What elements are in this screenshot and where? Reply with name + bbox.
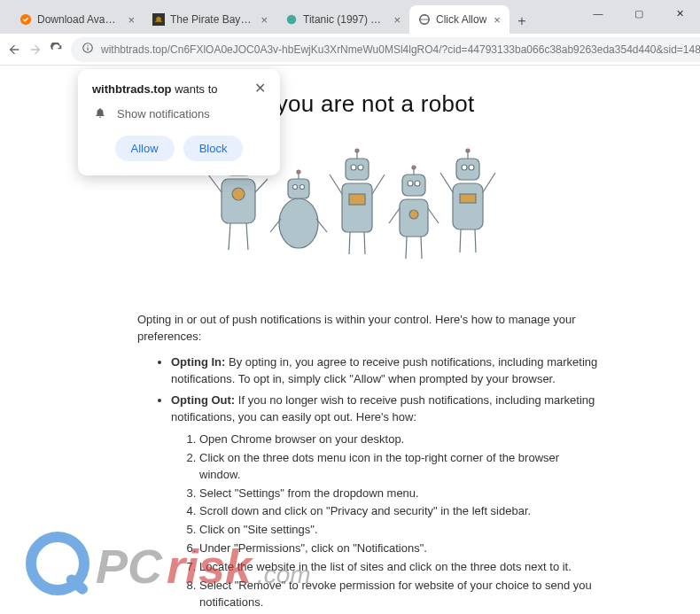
svg-line-58 bbox=[483, 173, 495, 192]
close-icon[interactable]: × bbox=[494, 13, 501, 27]
popup-message: Show notifications bbox=[117, 107, 210, 120]
svg-point-5 bbox=[87, 45, 88, 46]
step-item: Open Chrome browser on your desktop. bbox=[199, 431, 598, 448]
svg-point-31 bbox=[358, 165, 363, 170]
svg-point-2 bbox=[287, 15, 297, 25]
svg-rect-29 bbox=[346, 159, 369, 180]
favicon-yify bbox=[285, 13, 298, 26]
favicon-avast bbox=[19, 13, 32, 26]
bell-icon bbox=[94, 106, 106, 121]
close-icon[interactable]: × bbox=[128, 13, 135, 27]
svg-line-60 bbox=[475, 229, 476, 253]
svg-point-55 bbox=[466, 149, 470, 152]
svg-point-41 bbox=[408, 181, 413, 186]
tab-title: Download Avast Cleanup & bbox=[37, 13, 121, 26]
svg-line-46 bbox=[389, 208, 400, 223]
svg-rect-56 bbox=[460, 194, 476, 203]
pcrisk-watermark: PC risk .com bbox=[18, 521, 346, 609]
reload-button[interactable] bbox=[50, 37, 64, 62]
svg-point-33 bbox=[355, 149, 359, 152]
svg-rect-51 bbox=[456, 159, 479, 180]
new-tab-button[interactable]: + bbox=[509, 9, 534, 34]
svg-point-15 bbox=[232, 188, 245, 200]
svg-point-42 bbox=[415, 181, 420, 186]
step-item: Click on the three dots menu icon in the… bbox=[199, 450, 598, 484]
svg-point-53 bbox=[469, 165, 474, 170]
forward-button[interactable] bbox=[28, 37, 43, 62]
allow-button[interactable]: Allow bbox=[115, 136, 175, 161]
svg-line-35 bbox=[330, 175, 342, 194]
popup-close-button[interactable]: ✕ bbox=[254, 82, 266, 96]
svg-text:.com: .com bbox=[257, 561, 311, 588]
svg-line-49 bbox=[421, 237, 422, 259]
site-info-icon[interactable] bbox=[82, 42, 94, 57]
tab-title: Click Allow bbox=[436, 13, 486, 26]
tab-title: The Pirate Bay - The galax bbox=[170, 13, 253, 26]
svg-rect-9 bbox=[222, 179, 255, 223]
close-icon[interactable]: × bbox=[393, 13, 401, 27]
svg-point-30 bbox=[351, 165, 356, 170]
tab-titanic[interactable]: Titanic (1997) YIFY - Down × bbox=[276, 5, 409, 34]
svg-rect-21 bbox=[288, 179, 309, 198]
window-close-button[interactable]: ✕ bbox=[659, 0, 700, 27]
svg-line-18 bbox=[229, 223, 230, 250]
svg-point-52 bbox=[462, 165, 467, 170]
svg-point-25 bbox=[297, 170, 300, 174]
step-item: Scroll down and click on "Privacy and se… bbox=[199, 503, 598, 520]
url-text: withbtrads.top/Cn6FXlOA0eJOC0A3v-hbEwjKu… bbox=[101, 43, 700, 56]
opting-out-item: Opting Out: If you no longer wish to rec… bbox=[171, 392, 598, 426]
svg-point-45 bbox=[409, 210, 418, 219]
tab-piratebay[interactable]: The Pirate Bay - The galax × bbox=[144, 5, 276, 34]
back-button[interactable] bbox=[7, 37, 21, 62]
favicon-default bbox=[418, 13, 431, 26]
svg-line-48 bbox=[406, 237, 407, 259]
svg-line-38 bbox=[364, 232, 365, 254]
svg-point-44 bbox=[412, 166, 416, 169]
svg-line-57 bbox=[440, 173, 453, 192]
svg-rect-6 bbox=[87, 47, 88, 51]
minimize-button[interactable]: — bbox=[578, 0, 618, 27]
popup-title: withbtrads.top wants to bbox=[92, 82, 218, 96]
svg-text:risk: risk bbox=[167, 540, 254, 593]
tab-click-allow[interactable]: Click Allow × bbox=[409, 5, 509, 34]
svg-rect-34 bbox=[349, 194, 365, 205]
svg-line-16 bbox=[208, 175, 222, 192]
svg-line-37 bbox=[349, 232, 350, 254]
intro-text: Opting in or out of push notifications i… bbox=[102, 312, 598, 346]
step-item: Select "Settings" from the dropdown menu… bbox=[199, 486, 598, 502]
tab-avast[interactable]: Download Avast Cleanup & × bbox=[11, 5, 144, 34]
favicon-piratebay bbox=[152, 13, 165, 26]
tab-title: Titanic (1997) YIFY - Down bbox=[303, 13, 386, 26]
svg-line-19 bbox=[246, 223, 248, 250]
window-controls: — ▢ ✕ bbox=[578, 0, 700, 27]
tab-strip: Download Avast Cleanup & × The Pirate Ba… bbox=[7, 5, 534, 34]
notification-permission-popup: withbtrads.top wants to ✕ Show notificat… bbox=[78, 69, 280, 175]
svg-line-17 bbox=[255, 179, 268, 192]
svg-point-20 bbox=[279, 198, 318, 248]
svg-text:PC: PC bbox=[96, 540, 163, 593]
svg-rect-40 bbox=[402, 175, 425, 196]
svg-line-59 bbox=[460, 229, 461, 253]
opting-in-item: Opting In: By opting in, you agree to re… bbox=[171, 354, 598, 388]
block-button[interactable]: Block bbox=[183, 136, 244, 161]
svg-rect-28 bbox=[342, 183, 372, 232]
svg-point-23 bbox=[300, 185, 305, 190]
svg-point-22 bbox=[293, 185, 298, 190]
address-bar[interactable]: withbtrads.top/Cn6FXlOA0eJOC0A3v-hbEwjKu… bbox=[71, 37, 700, 62]
svg-line-36 bbox=[372, 175, 385, 194]
svg-line-47 bbox=[428, 208, 439, 223]
close-icon[interactable]: × bbox=[261, 13, 268, 27]
maximize-button[interactable]: ▢ bbox=[618, 0, 659, 27]
svg-rect-50 bbox=[453, 183, 483, 229]
